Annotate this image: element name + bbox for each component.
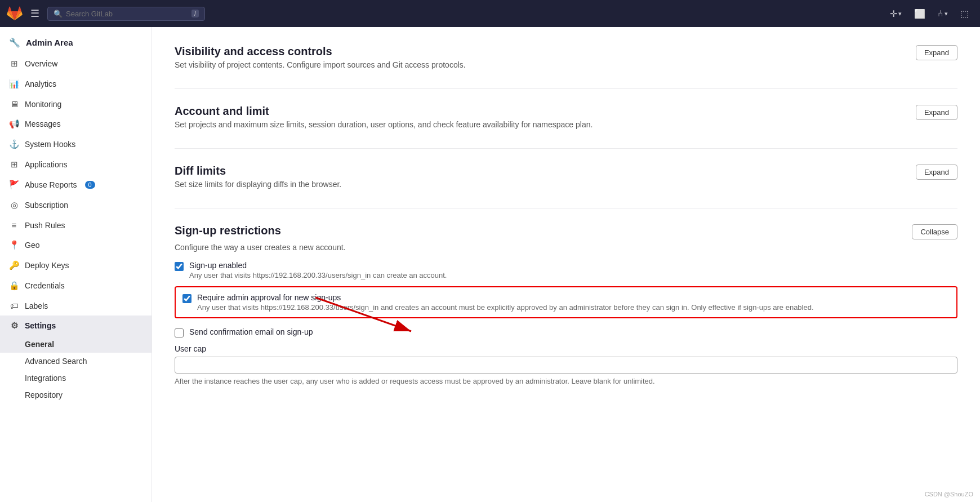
sidebar-item-deploy-keys[interactable]: 🔑 Deploy Keys	[0, 255, 152, 276]
abuse-reports-icon: 🚩	[9, 180, 19, 190]
search-input[interactable]	[66, 10, 188, 18]
user-cap-section: User cap After the instance reaches the …	[175, 344, 957, 385]
analytics-icon: 📊	[9, 79, 19, 89]
sidebar-item-settings[interactable]: ⚙ Settings	[0, 316, 152, 336]
sidebar-subitem-general[interactable]: General	[0, 336, 152, 353]
sidebar-item-label: Abuse Reports	[25, 180, 77, 189]
overview-icon: ⊞	[9, 59, 19, 69]
watermark: CSDN @ShouZO	[925, 491, 973, 497]
sidebar-item-labels[interactable]: 🏷 Labels	[0, 296, 152, 316]
confirmation-email-checkbox[interactable]	[175, 328, 184, 337]
sidebar-item-label: Messages	[25, 119, 61, 128]
navbar: ☰ 🔍 / ✛ ▾ ⬜ ⑃ ▾ ⬚	[0, 0, 980, 27]
chevron-down-icon: ▾	[898, 10, 902, 17]
account-limit-desc: Set projects and maximum size limits, se…	[175, 120, 593, 129]
settings-icon: ⚙	[9, 321, 19, 331]
require-admin-approval-box: Require admin approval for new sign-ups …	[175, 286, 957, 318]
sidebar-item-label: Monitoring	[25, 100, 61, 109]
visibility-header: Visibility and access controls Set visib…	[175, 45, 957, 69]
diff-limits-header: Diff limits Set size limits for displayi…	[175, 165, 957, 189]
signup-header: Sign-up restrictions Collapse	[175, 224, 957, 239]
user-cap-hint: After the instance reaches the user cap,…	[175, 377, 957, 385]
visibility-desc: Set visibility of project contents. Conf…	[175, 60, 466, 69]
diff-limits-desc: Set size limits for displaying diffs in …	[175, 180, 341, 189]
chevron-down-icon-2: ▾	[945, 10, 948, 17]
sidebar-item-applications[interactable]: ⊞ Applications	[0, 154, 152, 175]
account-limit-section: Account and limit Set projects and maxim…	[175, 105, 957, 149]
sidebar-item-analytics[interactable]: 📊 Analytics	[0, 74, 152, 94]
sidebar-item-subscription[interactable]: ◎ Subscription	[0, 195, 152, 215]
todo-icon: ⬚	[960, 8, 969, 19]
sidebar-item-label: Overview	[25, 59, 57, 68]
signup-desc: Configure the way a user creates a new a…	[175, 243, 957, 252]
sidebar-item-label: Analytics	[25, 79, 56, 88]
sidebar-title: Admin Area	[26, 38, 73, 47]
abuse-reports-badge: 0	[85, 181, 95, 189]
sidebar-subitem-label: Integrations	[25, 374, 66, 383]
account-limit-expand-button[interactable]: Expand	[916, 105, 957, 120]
confirmation-email-row: Send confirmation email on sign-up	[175, 327, 957, 337]
issues-button[interactable]: ⬜	[910, 6, 930, 22]
signup-enabled-label: Sign-up enabled	[189, 261, 447, 270]
merge-requests-button[interactable]: ⑃ ▾	[933, 6, 952, 21]
sidebar-item-geo[interactable]: 📍 Geo	[0, 235, 152, 255]
hamburger-menu[interactable]: ☰	[28, 5, 42, 22]
system-hooks-icon: ⚓	[9, 139, 19, 149]
require-admin-checkbox[interactable]	[182, 294, 191, 303]
sidebar-item-label: Applications	[25, 160, 68, 169]
main-content: Visibility and access controls Set visib…	[152, 27, 980, 435]
sidebar-item-credentials[interactable]: 🔒 Credentials	[0, 276, 152, 296]
sidebar-subitem-advanced-search[interactable]: Advanced Search	[0, 353, 152, 370]
sidebar-item-label: Labels	[25, 301, 48, 310]
sidebar-item-monitoring[interactable]: 🖥 Monitoring	[0, 94, 152, 114]
diff-limits-title: Diff limits	[175, 165, 341, 177]
sidebar-item-messages[interactable]: 📢 Messages	[0, 114, 152, 134]
sidebar-subitem-label: General	[25, 340, 54, 349]
sidebar-item-label: Subscription	[25, 201, 68, 210]
signup-enabled-hint: Any user that visits https://192.168.200…	[189, 271, 447, 279]
credentials-icon: 🔒	[9, 281, 19, 291]
diff-limits-expand-button[interactable]: Expand	[916, 165, 957, 180]
search-icon: 🔍	[54, 10, 63, 18]
require-admin-hint: Any user that visits https://192.168.200…	[197, 303, 814, 312]
sidebar-item-overview[interactable]: ⊞ Overview	[0, 54, 152, 74]
sidebar-item-label: Push Rules	[25, 221, 65, 230]
sidebar-item-system-hooks[interactable]: ⚓ System Hooks	[0, 134, 152, 154]
require-admin-label: Require admin approval for new sign-ups	[197, 293, 814, 302]
issues-icon: ⬜	[914, 8, 925, 19]
annotation-wrapper: Visibility and access controls Set visib…	[152, 27, 980, 502]
messages-icon: 📢	[9, 119, 19, 129]
sidebar-item-push-rules[interactable]: ≡ Push Rules	[0, 215, 152, 235]
sidebar-subitem-label: Repository	[25, 390, 63, 399]
sidebar-item-abuse-reports[interactable]: 🚩 Abuse Reports 0	[0, 175, 152, 195]
geo-icon: 📍	[9, 240, 19, 250]
sidebar-item-label: Credentials	[25, 281, 65, 290]
gitlab-logo	[7, 6, 23, 21]
plus-icon: ✛	[890, 8, 897, 19]
main-layout: 🔧 Admin Area ⊞ Overview 📊 Analytics 🖥 Mo…	[0, 27, 980, 502]
create-new-button[interactable]: ✛ ▾	[885, 6, 906, 22]
sidebar-item-label: Geo	[25, 241, 39, 250]
sidebar-item-label: Deploy Keys	[25, 261, 69, 270]
visibility-section: Visibility and access controls Set visib…	[175, 45, 957, 89]
diff-limits-section: Diff limits Set size limits for displayi…	[175, 165, 957, 208]
sidebar-item-label: Settings	[25, 321, 56, 330]
search-bar[interactable]: 🔍 /	[47, 7, 205, 21]
monitoring-icon: 🖥	[9, 99, 19, 109]
signup-collapse-button[interactable]: Collapse	[912, 224, 957, 239]
labels-icon: 🏷	[9, 301, 19, 310]
subscription-icon: ◎	[9, 200, 19, 210]
signup-enabled-checkbox[interactable]	[175, 262, 184, 271]
sidebar-subitem-integrations[interactable]: Integrations	[0, 370, 152, 387]
user-cap-input[interactable]	[175, 357, 957, 374]
signup-section: Sign-up restrictions Collapse Configure …	[175, 224, 957, 401]
admin-icon: 🔧	[9, 37, 20, 48]
merge-icon: ⑃	[938, 8, 943, 19]
sidebar: 🔧 Admin Area ⊞ Overview 📊 Analytics 🖥 Mo…	[0, 27, 152, 502]
visibility-expand-button[interactable]: Expand	[916, 45, 957, 60]
account-limit-header: Account and limit Set projects and maxim…	[175, 105, 957, 129]
sidebar-subitem-repository[interactable]: Repository	[0, 387, 152, 403]
user-cap-label: User cap	[175, 344, 957, 353]
sidebar-header: 🔧 Admin Area	[0, 32, 152, 54]
todo-button[interactable]: ⬚	[956, 6, 973, 22]
